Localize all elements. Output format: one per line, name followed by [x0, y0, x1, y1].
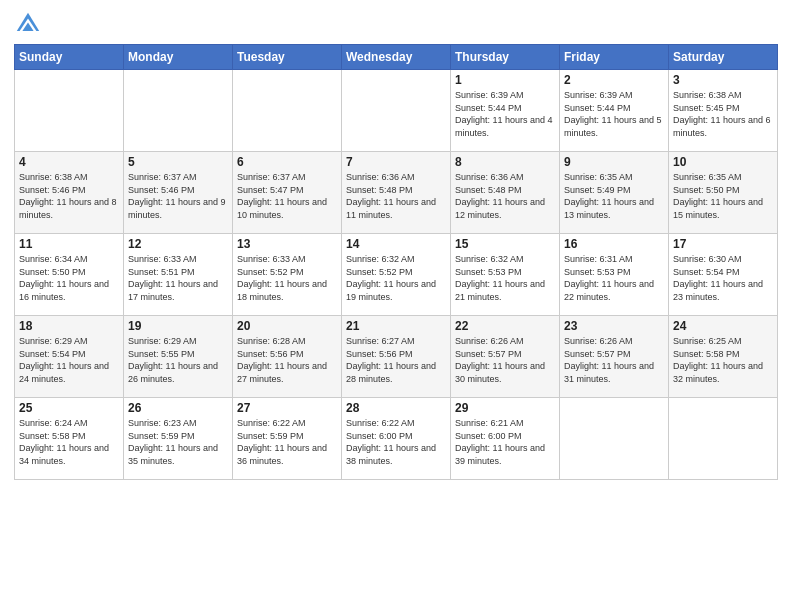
- day-number: 10: [673, 155, 773, 169]
- calendar-cell: 19Sunrise: 6:29 AM Sunset: 5:55 PM Dayli…: [124, 316, 233, 398]
- day-info: Sunrise: 6:35 AM Sunset: 5:50 PM Dayligh…: [673, 171, 773, 221]
- calendar-cell: 1Sunrise: 6:39 AM Sunset: 5:44 PM Daylig…: [451, 70, 560, 152]
- calendar-header-wednesday: Wednesday: [342, 45, 451, 70]
- calendar-header-sunday: Sunday: [15, 45, 124, 70]
- calendar-cell: [233, 70, 342, 152]
- day-info: Sunrise: 6:26 AM Sunset: 5:57 PM Dayligh…: [564, 335, 664, 385]
- day-number: 28: [346, 401, 446, 415]
- calendar-cell: [560, 398, 669, 480]
- calendar-week-2: 4Sunrise: 6:38 AM Sunset: 5:46 PM Daylig…: [15, 152, 778, 234]
- calendar-cell: 8Sunrise: 6:36 AM Sunset: 5:48 PM Daylig…: [451, 152, 560, 234]
- calendar-week-5: 25Sunrise: 6:24 AM Sunset: 5:58 PM Dayli…: [15, 398, 778, 480]
- day-number: 16: [564, 237, 664, 251]
- day-number: 17: [673, 237, 773, 251]
- day-info: Sunrise: 6:23 AM Sunset: 5:59 PM Dayligh…: [128, 417, 228, 467]
- header: [14, 10, 778, 38]
- day-info: Sunrise: 6:29 AM Sunset: 5:54 PM Dayligh…: [19, 335, 119, 385]
- calendar-header-saturday: Saturday: [669, 45, 778, 70]
- day-number: 21: [346, 319, 446, 333]
- calendar-cell: 13Sunrise: 6:33 AM Sunset: 5:52 PM Dayli…: [233, 234, 342, 316]
- day-info: Sunrise: 6:25 AM Sunset: 5:58 PM Dayligh…: [673, 335, 773, 385]
- calendar-cell: 16Sunrise: 6:31 AM Sunset: 5:53 PM Dayli…: [560, 234, 669, 316]
- day-number: 22: [455, 319, 555, 333]
- calendar-cell: 27Sunrise: 6:22 AM Sunset: 5:59 PM Dayli…: [233, 398, 342, 480]
- calendar-cell: 6Sunrise: 6:37 AM Sunset: 5:47 PM Daylig…: [233, 152, 342, 234]
- calendar-cell: 28Sunrise: 6:22 AM Sunset: 6:00 PM Dayli…: [342, 398, 451, 480]
- day-info: Sunrise: 6:38 AM Sunset: 5:46 PM Dayligh…: [19, 171, 119, 221]
- day-number: 4: [19, 155, 119, 169]
- day-number: 27: [237, 401, 337, 415]
- calendar-cell: 3Sunrise: 6:38 AM Sunset: 5:45 PM Daylig…: [669, 70, 778, 152]
- day-number: 9: [564, 155, 664, 169]
- calendar-cell: 12Sunrise: 6:33 AM Sunset: 5:51 PM Dayli…: [124, 234, 233, 316]
- day-number: 26: [128, 401, 228, 415]
- day-number: 24: [673, 319, 773, 333]
- calendar-cell: 26Sunrise: 6:23 AM Sunset: 5:59 PM Dayli…: [124, 398, 233, 480]
- calendar-cell: [15, 70, 124, 152]
- day-number: 12: [128, 237, 228, 251]
- calendar: SundayMondayTuesdayWednesdayThursdayFrid…: [14, 44, 778, 480]
- calendar-cell: [669, 398, 778, 480]
- day-number: 15: [455, 237, 555, 251]
- day-info: Sunrise: 6:38 AM Sunset: 5:45 PM Dayligh…: [673, 89, 773, 139]
- logo: [14, 10, 46, 38]
- calendar-week-4: 18Sunrise: 6:29 AM Sunset: 5:54 PM Dayli…: [15, 316, 778, 398]
- day-info: Sunrise: 6:29 AM Sunset: 5:55 PM Dayligh…: [128, 335, 228, 385]
- day-number: 29: [455, 401, 555, 415]
- day-number: 20: [237, 319, 337, 333]
- day-info: Sunrise: 6:37 AM Sunset: 5:47 PM Dayligh…: [237, 171, 337, 221]
- day-number: 7: [346, 155, 446, 169]
- calendar-header-tuesday: Tuesday: [233, 45, 342, 70]
- day-info: Sunrise: 6:33 AM Sunset: 5:51 PM Dayligh…: [128, 253, 228, 303]
- calendar-cell: 18Sunrise: 6:29 AM Sunset: 5:54 PM Dayli…: [15, 316, 124, 398]
- day-info: Sunrise: 6:35 AM Sunset: 5:49 PM Dayligh…: [564, 171, 664, 221]
- day-number: 18: [19, 319, 119, 333]
- calendar-cell: [124, 70, 233, 152]
- calendar-cell: 24Sunrise: 6:25 AM Sunset: 5:58 PM Dayli…: [669, 316, 778, 398]
- day-info: Sunrise: 6:24 AM Sunset: 5:58 PM Dayligh…: [19, 417, 119, 467]
- calendar-cell: 7Sunrise: 6:36 AM Sunset: 5:48 PM Daylig…: [342, 152, 451, 234]
- day-info: Sunrise: 6:33 AM Sunset: 5:52 PM Dayligh…: [237, 253, 337, 303]
- day-info: Sunrise: 6:32 AM Sunset: 5:53 PM Dayligh…: [455, 253, 555, 303]
- day-info: Sunrise: 6:27 AM Sunset: 5:56 PM Dayligh…: [346, 335, 446, 385]
- calendar-cell: 22Sunrise: 6:26 AM Sunset: 5:57 PM Dayli…: [451, 316, 560, 398]
- day-number: 14: [346, 237, 446, 251]
- day-number: 5: [128, 155, 228, 169]
- calendar-week-1: 1Sunrise: 6:39 AM Sunset: 5:44 PM Daylig…: [15, 70, 778, 152]
- day-info: Sunrise: 6:21 AM Sunset: 6:00 PM Dayligh…: [455, 417, 555, 467]
- calendar-cell: 2Sunrise: 6:39 AM Sunset: 5:44 PM Daylig…: [560, 70, 669, 152]
- day-number: 8: [455, 155, 555, 169]
- calendar-cell: 10Sunrise: 6:35 AM Sunset: 5:50 PM Dayli…: [669, 152, 778, 234]
- day-number: 6: [237, 155, 337, 169]
- calendar-cell: 29Sunrise: 6:21 AM Sunset: 6:00 PM Dayli…: [451, 398, 560, 480]
- calendar-cell: 4Sunrise: 6:38 AM Sunset: 5:46 PM Daylig…: [15, 152, 124, 234]
- logo-icon: [14, 10, 42, 38]
- day-info: Sunrise: 6:30 AM Sunset: 5:54 PM Dayligh…: [673, 253, 773, 303]
- calendar-cell: 21Sunrise: 6:27 AM Sunset: 5:56 PM Dayli…: [342, 316, 451, 398]
- calendar-cell: 20Sunrise: 6:28 AM Sunset: 5:56 PM Dayli…: [233, 316, 342, 398]
- day-info: Sunrise: 6:39 AM Sunset: 5:44 PM Dayligh…: [455, 89, 555, 139]
- day-number: 3: [673, 73, 773, 87]
- day-info: Sunrise: 6:32 AM Sunset: 5:52 PM Dayligh…: [346, 253, 446, 303]
- calendar-cell: 5Sunrise: 6:37 AM Sunset: 5:46 PM Daylig…: [124, 152, 233, 234]
- calendar-header-friday: Friday: [560, 45, 669, 70]
- calendar-cell: 15Sunrise: 6:32 AM Sunset: 5:53 PM Dayli…: [451, 234, 560, 316]
- day-info: Sunrise: 6:37 AM Sunset: 5:46 PM Dayligh…: [128, 171, 228, 221]
- calendar-header-monday: Monday: [124, 45, 233, 70]
- calendar-cell: [342, 70, 451, 152]
- calendar-cell: 14Sunrise: 6:32 AM Sunset: 5:52 PM Dayli…: [342, 234, 451, 316]
- day-info: Sunrise: 6:22 AM Sunset: 6:00 PM Dayligh…: [346, 417, 446, 467]
- day-number: 19: [128, 319, 228, 333]
- day-info: Sunrise: 6:22 AM Sunset: 5:59 PM Dayligh…: [237, 417, 337, 467]
- day-info: Sunrise: 6:36 AM Sunset: 5:48 PM Dayligh…: [346, 171, 446, 221]
- calendar-cell: 25Sunrise: 6:24 AM Sunset: 5:58 PM Dayli…: [15, 398, 124, 480]
- calendar-week-3: 11Sunrise: 6:34 AM Sunset: 5:50 PM Dayli…: [15, 234, 778, 316]
- day-info: Sunrise: 6:36 AM Sunset: 5:48 PM Dayligh…: [455, 171, 555, 221]
- calendar-cell: 23Sunrise: 6:26 AM Sunset: 5:57 PM Dayli…: [560, 316, 669, 398]
- day-info: Sunrise: 6:34 AM Sunset: 5:50 PM Dayligh…: [19, 253, 119, 303]
- day-number: 25: [19, 401, 119, 415]
- calendar-cell: 17Sunrise: 6:30 AM Sunset: 5:54 PM Dayli…: [669, 234, 778, 316]
- calendar-header-row: SundayMondayTuesdayWednesdayThursdayFrid…: [15, 45, 778, 70]
- day-info: Sunrise: 6:28 AM Sunset: 5:56 PM Dayligh…: [237, 335, 337, 385]
- day-number: 1: [455, 73, 555, 87]
